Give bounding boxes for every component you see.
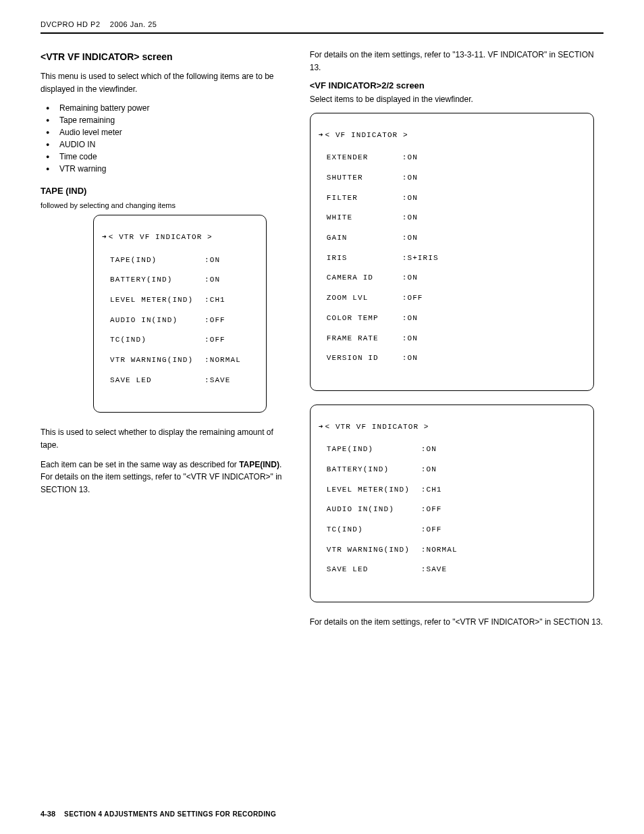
panel-value: ON bbox=[421, 444, 437, 454]
panel-row: WHITEON bbox=[319, 213, 584, 223]
list-item: VTR warning bbox=[43, 163, 291, 175]
panel-key: BATTERY(IND) bbox=[102, 275, 205, 285]
panel-key: SAVE LED bbox=[102, 375, 205, 386]
panel-row: EXTENDERON bbox=[319, 153, 584, 163]
panel-key: EXTENDER bbox=[319, 153, 402, 163]
body-text: Each item can be set in the same way as … bbox=[41, 460, 237, 469]
panel-value: ON bbox=[205, 255, 220, 265]
panel-key: BATTERY(IND) bbox=[319, 465, 421, 475]
footer-section: SECTION 4 ADJUSTMENTS AND SETTINGS FOR R… bbox=[64, 810, 276, 818]
page-number: 4-38 bbox=[41, 810, 55, 818]
panel-title: < VF INDICATOR > bbox=[325, 130, 408, 140]
panel-value: NORMAL bbox=[421, 545, 458, 555]
panel-row: VERSION IDON bbox=[319, 353, 584, 363]
panel-value: NORMAL bbox=[205, 355, 241, 365]
panel-row: GAINON bbox=[319, 233, 584, 243]
panel-row: SHUTTERON bbox=[319, 173, 584, 183]
panel-title: < VTR VF INDICATOR > bbox=[325, 422, 429, 432]
panel-row: SAVE LEDSAVE bbox=[102, 375, 257, 386]
panel-key: LEVEL METER(IND) bbox=[102, 295, 205, 305]
panel-value: OFF bbox=[421, 525, 442, 535]
header-datetime: 2006 Jan. 25 bbox=[110, 20, 157, 28]
panel-value: ON bbox=[402, 153, 418, 163]
panel-value: S+IRIS bbox=[402, 253, 439, 263]
panel-value: ON bbox=[402, 273, 418, 283]
arrow-right-icon: ➜ bbox=[102, 232, 107, 242]
right-para-3: For details on the item settings, refer … bbox=[310, 616, 603, 629]
followed-text: followed by selecting and changing items bbox=[41, 201, 291, 209]
panel-key: TC(IND) bbox=[102, 335, 205, 345]
panel-value: ON bbox=[421, 465, 437, 475]
tape-ind-heading: TAPE (IND) bbox=[41, 186, 291, 196]
panel-value: SAVE bbox=[205, 375, 231, 386]
arrow-right-icon: ➜ bbox=[319, 422, 324, 432]
panel-key: LEVEL METER(IND) bbox=[319, 485, 421, 495]
panel-value: CH1 bbox=[205, 295, 225, 305]
panel-key: TC(IND) bbox=[319, 525, 421, 535]
panel-value: CH1 bbox=[421, 485, 442, 495]
list-item: Time code bbox=[43, 151, 291, 163]
panel-row: LEVEL METER(IND)CH1 bbox=[102, 295, 257, 305]
panel-row: AUDIO IN(IND)OFF bbox=[102, 315, 257, 325]
panel-value: OFF bbox=[205, 315, 225, 325]
panel-key: VTR WARNING(IND) bbox=[102, 355, 205, 365]
panel-value: ON bbox=[402, 193, 418, 203]
right-column: For details on the item settings, refer … bbox=[310, 49, 603, 635]
panel-row: VTR WARNING(IND)NORMAL bbox=[102, 355, 257, 365]
page: DVCPRO HD P2 2006 Jan. 25 <VTR VF INDICA… bbox=[0, 0, 644, 834]
panel-row: FRAME RATEON bbox=[319, 334, 584, 344]
page-footer: 4-38 SECTION 4 ADJUSTMENTS AND SETTINGS … bbox=[41, 810, 276, 818]
top-rule bbox=[41, 32, 603, 34]
panel-row: TC(IND)OFF bbox=[319, 525, 584, 535]
panel-value: ON bbox=[402, 313, 418, 323]
panel-key: FRAME RATE bbox=[319, 334, 402, 344]
panel-key: WHITE bbox=[319, 213, 402, 223]
panel-row: FILTERON bbox=[319, 193, 584, 203]
panel-key: TAPE(IND) bbox=[102, 255, 205, 265]
list-item: AUDIO IN bbox=[43, 138, 291, 151]
item-list: Remaining battery power Tape remaining A… bbox=[41, 102, 291, 175]
right-title: <VF INDICATOR>2/2 screen bbox=[310, 80, 603, 90]
header-meta: DVCPRO HD P2 2006 Jan. 25 bbox=[41, 20, 603, 28]
panel-row: IRISS+IRIS bbox=[319, 253, 584, 263]
panel-value: ON bbox=[402, 173, 418, 183]
left-body-1: This is used to select whether to displa… bbox=[41, 426, 291, 451]
left-intro: This menu is used to select which of the… bbox=[41, 70, 291, 95]
header-filename: DVCPRO HD P2 bbox=[41, 20, 101, 28]
panel-title: < VTR VF INDICATOR > bbox=[109, 232, 213, 242]
left-body-2: Each item can be set in the same way as … bbox=[41, 459, 291, 496]
panel-value: OFF bbox=[402, 293, 423, 303]
panel-value: ON bbox=[402, 353, 418, 363]
panel-key: GAIN bbox=[319, 233, 402, 243]
panel-key: AUDIO IN(IND) bbox=[102, 315, 205, 325]
panel-key: ZOOM LVL bbox=[319, 293, 402, 303]
left-title: <VTR VF INDICATOR> screen bbox=[41, 51, 291, 62]
list-item: Audio level meter bbox=[43, 126, 291, 138]
panel-key: SAVE LED bbox=[319, 565, 421, 575]
panel-row: AUDIO IN(IND)OFF bbox=[319, 504, 584, 515]
panel-row: COLOR TEMPON bbox=[319, 313, 584, 323]
body-bold: TAPE(IND) bbox=[239, 460, 279, 469]
left-column: <VTR VF INDICATOR> screen This menu is u… bbox=[41, 49, 291, 635]
panel-key: TAPE(IND) bbox=[319, 444, 421, 454]
panel-row: BATTERY(IND)ON bbox=[319, 465, 584, 475]
panel-key: VTR WARNING(IND) bbox=[319, 545, 421, 555]
panel-key: COLOR TEMP bbox=[319, 313, 402, 323]
panel-key: VERSION ID bbox=[319, 353, 402, 363]
panel-value: OFF bbox=[421, 504, 442, 515]
panel-value: ON bbox=[205, 275, 220, 285]
panel-row: TAPE(IND)ON bbox=[102, 255, 257, 265]
arrow-right-icon: ➜ bbox=[319, 130, 324, 140]
panel-key: SHUTTER bbox=[319, 173, 402, 183]
list-item: Tape remaining bbox=[43, 114, 291, 126]
panel-key: CAMERA ID bbox=[319, 273, 402, 283]
vf-indicator-panel: ➜< VF INDICATOR > EXTENDERON SHUTTERON F… bbox=[310, 113, 594, 391]
panel-row: ZOOM LVLOFF bbox=[319, 293, 584, 303]
vtr-vf-indicator-panel-right: ➜< VTR VF INDICATOR > TAPE(IND)ON BATTER… bbox=[310, 405, 594, 602]
list-item: Remaining battery power bbox=[43, 102, 291, 114]
vtr-vf-indicator-panel-left: ➜< VTR VF INDICATOR > TAPE(IND)ON BATTER… bbox=[93, 215, 267, 413]
panel-key: IRIS bbox=[319, 253, 402, 263]
right-para-2: Select items to be displayed in the view… bbox=[310, 93, 603, 106]
panel-row: SAVE LEDSAVE bbox=[319, 565, 584, 575]
panel-row: TAPE(IND)ON bbox=[319, 444, 584, 454]
